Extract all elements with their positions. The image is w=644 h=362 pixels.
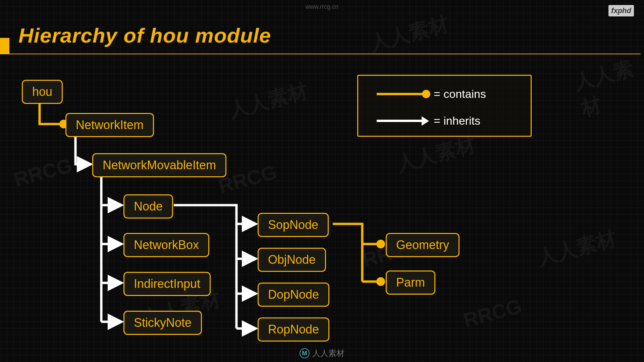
connector-lines [0,0,644,362]
header-url: www.rrcg.cn [306,3,338,10]
logo-fxphd: fxphd [608,5,634,16]
node-objnode: ObjNode [258,248,326,272]
node-ropnode: RopNode [258,317,329,342]
legend-inherits-label: = inherits [434,114,480,127]
node-indirectinput: IndirectInput [123,272,211,296]
title-accent [0,38,9,54]
title-underline [0,54,641,54]
contains-line-icon [377,93,427,95]
node-stickynote: StickyNote [123,311,202,335]
legend-contains-label: = contains [434,87,486,101]
footer-watermark: M 人人素材 [300,348,344,359]
node-sopnode: SopNode [258,213,329,237]
node-networkbox: NetworkBox [123,233,209,257]
footer-text: 人人素材 [312,348,344,359]
node-networkitem: NetworkItem [65,113,154,137]
inherits-arrow-icon [377,120,427,122]
node-networkmovableitem: NetworkMovableItem [92,153,226,177]
node-parm: Parm [386,270,435,295]
svg-point-2 [376,277,385,286]
footer-icon: M [300,348,310,358]
legend-box: = contains = inherits [357,75,532,137]
svg-point-1 [376,240,385,248]
page-title: Hierarchy of hou module [18,23,271,47]
node-hou: hou [22,80,63,104]
legend-inherits-row: = inherits [377,114,480,127]
node-geometry: Geometry [386,233,460,257]
legend-contains-row: = contains [377,87,486,101]
node-node: Node [123,194,173,219]
node-dopnode: DopNode [258,283,329,307]
